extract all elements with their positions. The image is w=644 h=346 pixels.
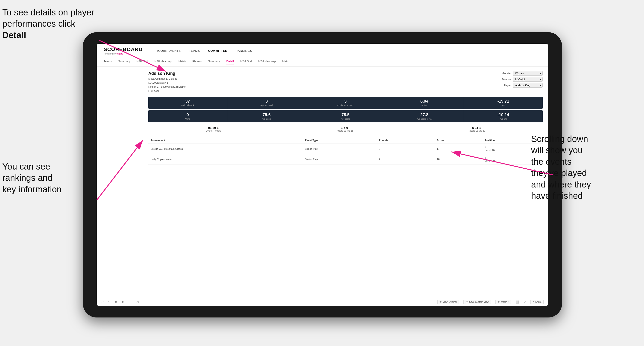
nav-teams[interactable]: TEAMS — [189, 49, 200, 52]
event-type-1: Stroke Play — [303, 144, 376, 154]
sub-nav-teams[interactable]: Teams — [104, 60, 112, 64]
record-top25-value: 1-5-0 — [336, 126, 353, 130]
avg-score-par-value: 27.8 — [388, 113, 461, 117]
save-custom-view-button[interactable]: 💾 Save Custom View — [464, 300, 490, 304]
record-overall-label: Overall Record — [206, 130, 221, 132]
record-top50-value: 5-11-1 — [468, 126, 485, 130]
table-header-row: Tournament Event Type Rounds Score Posit… — [148, 137, 543, 144]
powered-by-text: Powered by clippd — [104, 52, 123, 55]
view-icon: 👁 — [440, 301, 442, 303]
filter-player: Player Addison King — [504, 83, 543, 88]
stat-avg-sg: -10.14 Avg SG — [464, 110, 543, 122]
nav-tournaments[interactable]: TOURNAMENTS — [156, 49, 181, 52]
share-button[interactable]: ↗ Share — [530, 300, 544, 304]
division-select[interactable]: NJCAA I — [513, 77, 543, 82]
national-rank-label: National Rank — [151, 104, 224, 107]
undo-icon[interactable]: ↩ — [101, 301, 104, 304]
table-row: Lady Coyote Invite Stroke Play 2 16 7out… — [148, 154, 543, 165]
share-icon: ↗ — [532, 301, 534, 303]
record-top25: 1-5-0 Record vs top 25 — [336, 126, 353, 132]
table-row: Estella CC- Mountain Classic Stroke Play… — [148, 144, 543, 154]
sub-nav-h2h-grid[interactable]: H2H Grid — [136, 60, 148, 64]
view-label: View: Original — [443, 301, 457, 303]
stats-row1: 37 National Rank 3 Regional Rank 3 Confe… — [148, 97, 543, 109]
filter-division: Division NJCAA I — [502, 77, 543, 82]
minus-icon[interactable]: — — [129, 301, 132, 304]
left-panel — [97, 66, 143, 298]
points-value: 6.04 — [388, 99, 461, 104]
conference-rank-label: Conference Rank — [309, 104, 382, 107]
expand-icon[interactable]: ⤢ — [524, 301, 526, 304]
tournament-table: Tournament Event Type Rounds Score Posit… — [148, 137, 543, 165]
nav-committee[interactable]: COMMITTEE — [208, 49, 227, 52]
record-overall: 91-20-1 Overall Record — [206, 126, 221, 132]
sub-nav-players[interactable]: Players — [192, 60, 202, 64]
sub-nav-matrix[interactable]: Matrix — [178, 60, 186, 64]
avg-score-par-label: Avg Score to Par — [388, 118, 461, 120]
wins-value: 0 — [151, 113, 224, 117]
regional-rank-value: 3 — [230, 99, 303, 104]
app-header: SCOREBOARD Powered by clippd TOURNAMENTS… — [97, 44, 548, 58]
player-region: Region 1 - Southwest (18) District — [148, 85, 186, 89]
avg-score-value: 79.6 — [230, 113, 303, 117]
content-area: Addison King Mesa Community College NJCA… — [97, 66, 548, 298]
record-top50-label: Record vs top 50 — [468, 130, 485, 132]
stat-national-rank: 37 National Rank — [148, 97, 227, 109]
sub-nav-matrix2[interactable]: Matrix — [282, 60, 290, 64]
logo-area: SCOREBOARD Powered by clippd — [104, 46, 142, 55]
event-type-2: Stroke Play — [303, 154, 376, 165]
stat-regional-rank: 3 Regional Rank — [227, 97, 306, 109]
player-select[interactable]: Addison King — [513, 83, 543, 88]
annotation-top-text: To see details on player performances cl… — [2, 7, 94, 40]
sub-nav-h2h-grid2[interactable]: H2H Grid — [240, 60, 252, 64]
avg-sg-label: Avg SG — [467, 118, 540, 120]
stat-adj-score: 78.5 Adj Score — [306, 110, 385, 122]
filter-gender: Gender Women — [502, 71, 543, 76]
avg-score-label: Avg Score — [230, 118, 303, 120]
records-row: 91-20-1 Overall Record 1-5-0 Record vs t… — [148, 124, 543, 134]
sub-nav-summary[interactable]: Summary — [118, 60, 130, 64]
tablet-screen: SCOREBOARD Powered by clippd TOURNAMENTS… — [97, 44, 548, 306]
regional-rank-label: Regional Rank — [230, 104, 303, 107]
watch-button[interactable]: 👁 Watch ▾ — [496, 300, 511, 304]
player-label: Player — [504, 84, 511, 87]
col-rounds: Rounds — [376, 137, 434, 144]
logo-text: SCOREBOARD — [104, 46, 142, 52]
stat-sos: -19.71 SoS — [464, 97, 543, 109]
share-label: Share — [535, 301, 542, 303]
gender-select[interactable]: Women — [513, 71, 543, 76]
grid-icon[interactable]: ⊞ — [122, 301, 124, 304]
screen-icon[interactable]: ⬜ — [516, 301, 519, 304]
brand-name: clippd — [116, 52, 123, 55]
stat-avg-score-par: 27.8 Avg Score to Par — [385, 110, 464, 122]
watch-icon: 👁 — [498, 301, 500, 303]
annotation-bottom-left: You can seerankings andkey information — [2, 161, 90, 195]
refresh-icon[interactable]: ⟳ — [115, 301, 118, 304]
stats-row2: 0 Wins 79.6 Avg Score 78.5 Adj Score 27.… — [148, 110, 543, 122]
score-2: 16 — [434, 154, 482, 165]
tournament-name-2: Lady Coyote Invite — [148, 154, 303, 165]
sub-nav-h2h-heatmap2[interactable]: H2H Heatmap — [258, 60, 276, 64]
player-college: Mesa Community College — [148, 77, 186, 81]
sub-nav: Teams Summary H2H Grid H2H Heatmap Matri… — [97, 58, 548, 66]
save-label: Save Custom View — [469, 301, 488, 303]
sub-nav-detail[interactable]: Detail — [226, 60, 234, 64]
watch-label: Watch ▾ — [501, 301, 509, 303]
sub-nav-summary2[interactable]: Summary — [208, 60, 220, 64]
nav-rankings[interactable]: RANKINGS — [236, 49, 252, 52]
player-header: Addison King Mesa Community College NJCA… — [148, 71, 543, 93]
rounds-2: 2 — [376, 154, 434, 165]
tablet-frame: SCOREBOARD Powered by clippd TOURNAMENTS… — [83, 32, 562, 318]
player-detail: Addison King Mesa Community College NJCA… — [143, 66, 548, 298]
sub-nav-h2h-heatmap[interactable]: H2H Heatmap — [154, 60, 172, 64]
player-name: Addison King — [148, 71, 186, 76]
redo-icon[interactable]: ↪ — [108, 301, 110, 304]
stat-conference-rank: 3 Conference Rank — [306, 97, 385, 109]
national-rank-value: 37 — [151, 99, 224, 104]
col-score: Score — [434, 137, 482, 144]
record-top25-label: Record vs top 25 — [336, 130, 353, 132]
view-original-button[interactable]: 👁 View: Original — [438, 300, 459, 304]
timer-icon[interactable]: ⏱ — [136, 301, 139, 304]
conference-rank-value: 3 — [309, 99, 382, 104]
col-tournament: Tournament — [148, 137, 303, 144]
